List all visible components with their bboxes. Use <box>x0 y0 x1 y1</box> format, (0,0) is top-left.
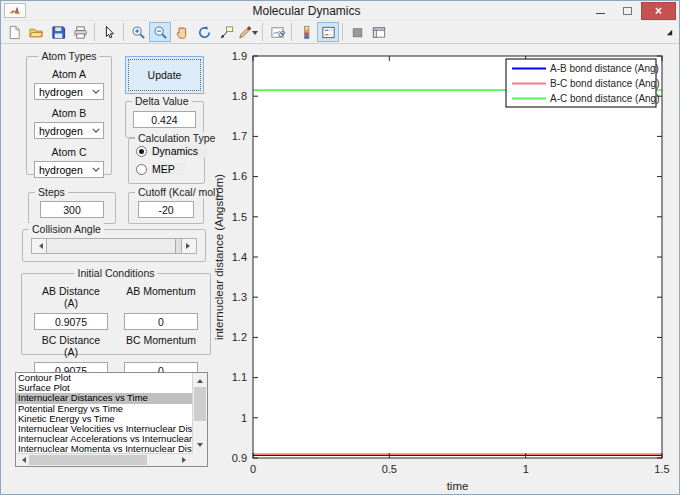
list-item[interactable]: Potential Energy vs Time <box>16 404 192 414</box>
toolbar-separator <box>291 23 292 41</box>
list-item[interactable]: Internuclear Accelerations vs Internucle… <box>16 434 192 444</box>
atom-a-label: Atom A <box>52 68 86 80</box>
y-tick-label: 1.6 <box>232 170 247 182</box>
data-cursor-button[interactable] <box>215 22 237 42</box>
list-item[interactable]: Surface Plot <box>16 383 192 393</box>
atom-b-dropdown[interactable]: hydrogen <box>34 122 104 139</box>
zoom-in-button[interactable] <box>127 22 149 42</box>
list-item[interactable]: Internuclear Momenta vs Internuclear Dis… <box>16 444 192 453</box>
slider-thumb[interactable] <box>47 239 176 253</box>
cutoff-group: Cutoff (Kcal/ mol) <box>128 192 204 224</box>
horizontal-scroll-thumb[interactable] <box>29 455 147 465</box>
minimize-icon <box>596 13 605 14</box>
atom-c-dropdown[interactable]: hydrogen <box>34 161 104 178</box>
initial-conditions-legend: Initial Conditions <box>74 267 157 279</box>
window-title: Molecular Dynamics <box>26 4 587 18</box>
listbox-horizontal-scrollbar[interactable] <box>16 453 192 466</box>
rotate-3d-button[interactable] <box>193 22 215 42</box>
zoom-out-button[interactable] <box>149 22 171 42</box>
zoom-out-icon <box>153 25 168 40</box>
list-item[interactable]: Internuclear Distances vs Time <box>16 393 192 403</box>
x-tick-label: 1 <box>523 463 529 475</box>
list-item[interactable]: Contour Plot <box>16 373 192 383</box>
save-button[interactable] <box>47 22 69 42</box>
link-plot-button[interactable] <box>266 22 288 42</box>
chart-svg[interactable]: 00.511.50.911.11.21.31.41.51.61.71.81.9t… <box>211 44 679 494</box>
insert-colorbar-button[interactable] <box>295 22 317 42</box>
vertical-scroll-thumb[interactable] <box>194 387 206 421</box>
insert-legend-button[interactable] <box>317 22 339 42</box>
slider-left-arrow[interactable] <box>32 239 47 253</box>
collision-angle-group: Collision Angle <box>22 229 206 262</box>
open-file-button[interactable] <box>25 22 47 42</box>
scroll-right-button[interactable] <box>179 454 192 466</box>
listbox-vertical-scrollbar[interactable] <box>192 373 207 453</box>
insert-legend-icon <box>321 25 336 40</box>
atom-b-value: hydrogen <box>35 123 89 138</box>
ab-distance-field[interactable] <box>34 313 108 330</box>
y-tick-label: 1.1 <box>232 371 247 383</box>
open-folder-icon <box>28 25 44 40</box>
delta-value-field[interactable] <box>133 111 196 128</box>
brush-button[interactable] <box>237 22 259 42</box>
brush-icon <box>238 25 252 40</box>
dynamics-radio-row[interactable]: Dynamics <box>136 145 204 157</box>
mep-radio-label: MEP <box>151 163 185 175</box>
collision-angle-slider[interactable] <box>31 238 197 254</box>
toolbar-separator <box>262 23 263 41</box>
y-tick-label: 1.3 <box>232 291 247 303</box>
dynamics-radio[interactable] <box>136 146 147 157</box>
toolbar-overflow-button[interactable] <box>665 23 674 41</box>
rotate-3d-icon <box>197 25 212 40</box>
x-tick-label: 1.5 <box>654 463 669 475</box>
mep-radio[interactable] <box>136 164 147 175</box>
list-item[interactable]: Kinetic Energy vs Time <box>16 414 192 424</box>
ab-momentum-field[interactable] <box>124 313 198 330</box>
pan-button[interactable] <box>171 22 193 42</box>
plot-type-listbox[interactable]: Contour PlotSurface PlotInternuclear Dis… <box>15 372 208 467</box>
right-arrow-icon <box>182 457 189 463</box>
steps-field[interactable] <box>40 201 104 218</box>
y-tick-label: 1.4 <box>232 251 247 263</box>
slider-right-arrow[interactable] <box>181 239 196 253</box>
scroll-up-button[interactable] <box>193 373 207 386</box>
plot-background[interactable] <box>253 56 662 458</box>
legend[interactable]: A-B bond distance (Ang)B-C bond distance… <box>506 59 660 107</box>
new-document-icon <box>7 25 22 40</box>
list-item[interactable]: Internuclear Velocities vs Internuclear … <box>16 424 192 434</box>
close-icon: × <box>655 4 662 18</box>
x-tick-label: 0 <box>250 463 256 475</box>
dropdown-arrow-icon <box>89 84 103 99</box>
print-button[interactable] <box>69 22 91 42</box>
y-tick-label: 1.8 <box>232 90 247 102</box>
toolbar-separator <box>94 23 95 41</box>
maximize-button[interactable] <box>614 1 641 20</box>
figure-content: Atom Types Atom A hydrogen Atom B hydrog… <box>1 44 679 494</box>
scroll-left-button[interactable] <box>16 454 29 466</box>
x-axis-label: time <box>447 480 469 492</box>
update-button[interactable]: Update <box>125 56 204 94</box>
initial-conditions-group: Initial Conditions AB Distance (A) AB Mo… <box>21 273 211 355</box>
plot-axes[interactable]: 00.511.50.911.11.21.31.41.51.61.71.81.9t… <box>211 44 679 494</box>
atom-a-dropdown[interactable]: hydrogen <box>34 83 104 100</box>
save-icon <box>51 25 66 40</box>
show-plot-tools-button[interactable] <box>368 22 390 42</box>
hide-plot-tools-button[interactable] <box>346 22 368 42</box>
new-document-button[interactable] <box>3 22 25 42</box>
close-button[interactable]: × <box>641 2 676 20</box>
cutoff-field[interactable] <box>138 201 194 218</box>
pan-hand-icon <box>175 25 190 40</box>
mep-radio-row[interactable]: MEP <box>136 163 204 175</box>
link-plot-icon <box>270 25 285 40</box>
calculation-type-group: Calculation Type Dynamics MEP <box>128 138 205 184</box>
calculation-type-legend: Calculation Type <box>135 132 218 144</box>
brush-dropdown-icon[interactable] <box>252 31 258 38</box>
minimize-button[interactable] <box>587 1 614 20</box>
show-plot-tools-icon <box>371 25 387 40</box>
dynamics-radio-label: Dynamics <box>151 145 208 157</box>
x-tick-label: 0.5 <box>382 463 397 475</box>
atom-c-label: Atom C <box>51 146 86 158</box>
scroll-down-button[interactable] <box>193 440 207 453</box>
title-bar: Molecular Dynamics × <box>1 1 679 20</box>
pointer-tool-button[interactable] <box>98 22 120 42</box>
